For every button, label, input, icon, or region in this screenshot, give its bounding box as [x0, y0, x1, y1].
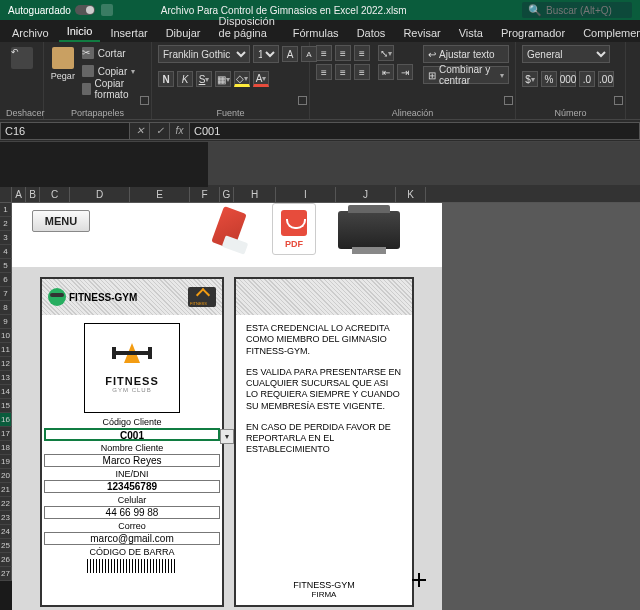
worksheet[interactable]: ABCDEFGHIJK 1234567891011121314151617181…	[0, 187, 640, 610]
row-header-19[interactable]: 19	[0, 455, 12, 469]
column-header-H[interactable]: H	[234, 187, 276, 202]
row-header-23[interactable]: 23	[0, 511, 12, 525]
decrease-decimal-button[interactable]: .00	[598, 71, 614, 87]
column-header-D[interactable]: D	[70, 187, 130, 202]
fill-color-button[interactable]: ◇▾	[234, 71, 250, 87]
column-header-C[interactable]: C	[40, 187, 70, 202]
row-header-4[interactable]: 4	[0, 245, 12, 259]
cells-area[interactable]: MENU PDF FITNESS-GYM FITNESS	[12, 203, 640, 610]
number-format-select[interactable]: General	[522, 45, 610, 63]
orientation-button[interactable]: ⤡▾	[378, 45, 394, 61]
font-name-select[interactable]: Franklin Gothic Mec	[158, 45, 250, 63]
row-header-7[interactable]: 7	[0, 287, 12, 301]
search-input[interactable]	[546, 5, 626, 16]
row-header-6[interactable]: 6	[0, 273, 12, 287]
eraser-button[interactable]	[207, 205, 253, 255]
column-header-K[interactable]: K	[396, 187, 426, 202]
save-icon[interactable]	[101, 4, 113, 16]
row-header-13[interactable]: 13	[0, 371, 12, 385]
undo-button[interactable]: ↶	[6, 45, 37, 95]
name-box[interactable]	[0, 122, 130, 140]
align-bottom-button[interactable]: ≡	[354, 45, 370, 61]
tab-formulas[interactable]: Fórmulas	[285, 24, 347, 42]
row-header-5[interactable]: 5	[0, 259, 12, 273]
paste-button[interactable]: Pegar	[50, 45, 76, 95]
tab-revisar[interactable]: Revisar	[395, 24, 448, 42]
merge-center-button[interactable]: ⊞Combinar y centrar▾	[423, 66, 509, 84]
row-header-11[interactable]: 11	[0, 343, 12, 357]
tab-archivo[interactable]: Archivo	[4, 24, 57, 42]
row-header-17[interactable]: 17	[0, 427, 12, 441]
column-header-B[interactable]: B	[26, 187, 40, 202]
row-header-21[interactable]: 21	[0, 483, 12, 497]
number-launcher[interactable]	[614, 96, 623, 105]
column-header-F[interactable]: F	[190, 187, 220, 202]
tab-complementos[interactable]: Complementos	[575, 24, 640, 42]
row-header-8[interactable]: 8	[0, 301, 12, 315]
enter-formula-button[interactable]: ✓	[150, 122, 170, 140]
column-header-A[interactable]: A	[12, 187, 26, 202]
align-launcher[interactable]	[504, 96, 513, 105]
cut-button[interactable]: ✂Cortar	[80, 45, 145, 61]
tab-disposicion[interactable]: Disposición de página	[211, 12, 283, 42]
tab-vista[interactable]: Vista	[451, 24, 491, 42]
row-header-18[interactable]: 18	[0, 441, 12, 455]
select-all-corner[interactable]	[0, 187, 12, 202]
tab-inicio[interactable]: Inicio	[59, 22, 101, 42]
tab-programador[interactable]: Programador	[493, 24, 573, 42]
percent-button[interactable]: %	[541, 71, 557, 87]
bold-button[interactable]: N	[158, 71, 174, 87]
row-header-14[interactable]: 14	[0, 385, 12, 399]
row-header-24[interactable]: 24	[0, 525, 12, 539]
align-middle-button[interactable]: ≡	[335, 45, 351, 61]
print-button[interactable]	[338, 211, 400, 249]
align-left-button[interactable]: ≡	[316, 64, 332, 80]
row-header-1[interactable]: 1	[0, 203, 12, 217]
tab-datos[interactable]: Datos	[349, 24, 394, 42]
format-painter-button[interactable]: Copiar formato	[80, 81, 145, 97]
autosave-toggle[interactable]: Autoguardado	[8, 5, 95, 16]
currency-button[interactable]: $▾	[522, 71, 538, 87]
column-header-I[interactable]: I	[276, 187, 336, 202]
align-top-button[interactable]: ≡	[316, 45, 332, 61]
underline-button[interactable]: S▾	[196, 71, 212, 87]
column-header-J[interactable]: J	[336, 187, 396, 202]
column-header-E[interactable]: E	[130, 187, 190, 202]
increase-decimal-button[interactable]: .0	[579, 71, 595, 87]
clipboard-launcher[interactable]	[140, 96, 149, 105]
row-header-26[interactable]: 26	[0, 553, 12, 567]
cancel-formula-button[interactable]: ✕	[130, 122, 150, 140]
fx-button[interactable]: fx	[170, 122, 190, 140]
row-header-25[interactable]: 25	[0, 539, 12, 553]
row-header-15[interactable]: 15	[0, 399, 12, 413]
border-button[interactable]: ▦▾	[215, 71, 231, 87]
menu-button[interactable]: MENU	[32, 210, 90, 232]
increase-indent-button[interactable]: ⇥	[397, 64, 413, 80]
export-pdf-button[interactable]: PDF	[272, 203, 316, 255]
row-header-16[interactable]: 16	[0, 413, 12, 427]
row-header-12[interactable]: 12	[0, 357, 12, 371]
copy-button[interactable]: Copiar▾	[80, 63, 145, 79]
align-center-button[interactable]: ≡	[335, 64, 351, 80]
row-header-2[interactable]: 2	[0, 217, 12, 231]
row-header-27[interactable]: 27	[0, 567, 12, 581]
tab-dibujar[interactable]: Dibujar	[158, 24, 209, 42]
formula-input[interactable]	[190, 122, 640, 140]
decrease-indent-button[interactable]: ⇤	[378, 64, 394, 80]
grow-font-button[interactable]: A	[282, 46, 298, 62]
search-box[interactable]: 🔍	[522, 2, 632, 18]
font-launcher[interactable]	[298, 96, 307, 105]
font-size-select[interactable]: 11	[253, 45, 279, 63]
tab-insertar[interactable]: Insertar	[102, 24, 155, 42]
row-header-22[interactable]: 22	[0, 497, 12, 511]
comma-button[interactable]: 000	[560, 71, 576, 87]
column-header-G[interactable]: G	[220, 187, 234, 202]
dropdown-icon[interactable]: ▼	[220, 429, 234, 444]
align-right-button[interactable]: ≡	[354, 64, 370, 80]
row-header-9[interactable]: 9	[0, 315, 12, 329]
wrap-text-button[interactable]: ↩Ajustar texto	[423, 45, 509, 63]
codigo-cliente-value[interactable]: C001 ▼	[44, 428, 220, 441]
row-header-3[interactable]: 3	[0, 231, 12, 245]
row-header-20[interactable]: 20	[0, 469, 12, 483]
font-color-button[interactable]: A▾	[253, 71, 269, 87]
